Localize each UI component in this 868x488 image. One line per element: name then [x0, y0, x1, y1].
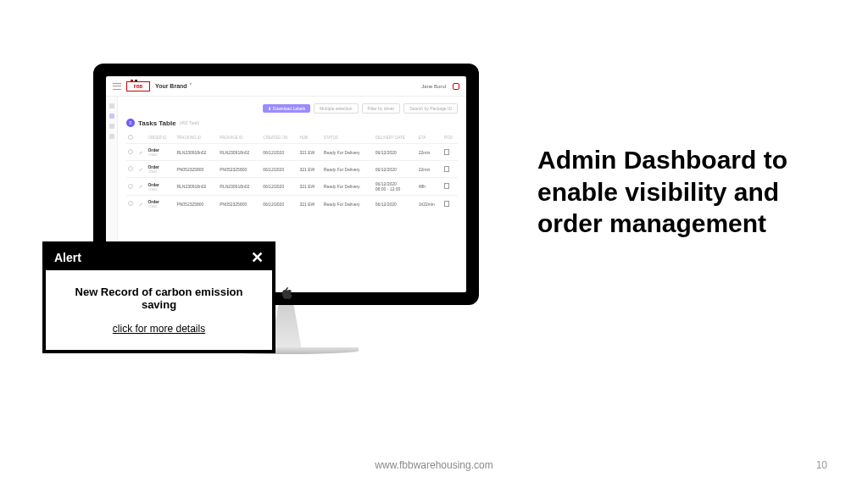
alert-header: Alert ✕	[46, 245, 272, 270]
table-row[interactable]: ⤢ Order#2342 RLN230918n02RLN230918n0206/…	[126, 178, 458, 196]
slide-headline: Admin Dashboard to enable visibility and…	[537, 144, 809, 240]
table-row[interactable]: ⤢ Order#2342 RLN230918n02RLN230918n0206/…	[126, 144, 458, 161]
alert-popup: Alert ✕ New Record of carbon emission sa…	[42, 241, 275, 353]
col-hub[interactable]: HUB	[298, 132, 321, 144]
table-title-row: ≡ Tasks Table (492 Total)	[126, 119, 458, 127]
pod-doc-icon[interactable]	[444, 166, 449, 172]
toolbar: ⬇ Download Labels Multiple selection Fil…	[126, 103, 458, 114]
brand-selector[interactable]: Your Brand	[155, 83, 192, 90]
col-eta[interactable]: ETA	[417, 132, 442, 144]
sidebar-item-active[interactable]	[109, 114, 114, 119]
filter-driver-dropdown[interactable]: Filter by driver	[362, 103, 401, 114]
col-created[interactable]: CREATED ON	[261, 132, 298, 144]
table-row[interactable]: ⤢ Order#2342 PN052325800PN05232580006/12…	[126, 161, 458, 178]
pod-doc-icon[interactable]	[444, 149, 449, 155]
user-name[interactable]: Jane Bond	[421, 84, 446, 89]
alert-title: Alert	[54, 251, 81, 264]
pod-doc-icon[interactable]	[444, 201, 449, 207]
col-status[interactable]: STATUS	[322, 132, 374, 144]
tasks-count: (492 Total)	[180, 120, 200, 125]
expand-icon[interactable]: ⤢	[139, 167, 142, 172]
notification-icon[interactable]	[453, 83, 459, 90]
col-tracking[interactable]: TRACKING ID	[175, 132, 218, 144]
fbb-logo: FBB	[126, 81, 150, 92]
page-number: 10	[816, 459, 827, 471]
select-all-checkbox[interactable]	[128, 135, 133, 140]
tasks-icon: ≡	[126, 119, 135, 127]
expand-icon[interactable]: ⤢	[139, 202, 142, 207]
row-checkbox[interactable]	[128, 166, 133, 171]
pod-doc-icon[interactable]	[444, 183, 449, 189]
multiple-selection-dropdown[interactable]: Multiple selection	[314, 103, 358, 114]
search-package-input[interactable]: Search by Package ID	[403, 103, 458, 114]
sidebar-item[interactable]	[109, 134, 114, 139]
sidebar-item[interactable]	[109, 124, 114, 129]
tasks-table: ORDER ID TRACKING ID PACKAGE ID CREATED …	[126, 132, 458, 212]
expand-icon[interactable]: ⤢	[139, 150, 142, 155]
table-row[interactable]: ⤢ Order#2342 PN052325800PN05232580006/12…	[126, 196, 458, 213]
row-checkbox[interactable]	[128, 201, 133, 206]
row-checkbox[interactable]	[128, 184, 133, 189]
sidebar-item[interactable]	[109, 103, 114, 108]
col-order[interactable]: ORDER ID	[146, 132, 175, 144]
hamburger-icon[interactable]	[113, 83, 121, 90]
alert-message: New Record of carbon emission saving	[59, 286, 259, 311]
apple-logo-icon	[281, 286, 292, 300]
download-labels-button[interactable]: ⬇ Download Labels	[263, 104, 310, 113]
top-bar: FBB Your Brand Jane Bond	[106, 76, 466, 97]
col-pod[interactable]: POD	[442, 132, 458, 144]
col-package[interactable]: PACKAGE ID	[218, 132, 261, 144]
row-checkbox[interactable]	[128, 149, 133, 154]
col-date[interactable]: DELIVERY DATE	[374, 132, 417, 144]
close-icon[interactable]: ✕	[251, 250, 264, 265]
tasks-title: Tasks Table	[138, 119, 176, 127]
footer-url: www.fbbwarehousing.com	[375, 459, 492, 471]
expand-icon[interactable]: ⤢	[139, 184, 142, 189]
alert-details-link[interactable]: click for more details	[59, 323, 259, 335]
